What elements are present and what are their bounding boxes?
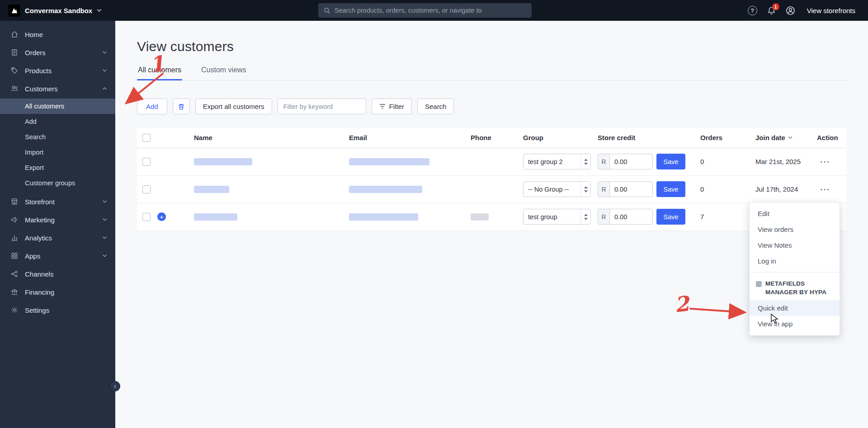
sidebar-item-orders[interactable]: Orders xyxy=(0,43,115,61)
products-icon xyxy=(10,66,19,75)
menu-item-edit[interactable]: Edit xyxy=(750,206,840,221)
sidebar: Home Orders Products Customers All custo… xyxy=(0,21,115,428)
account-button[interactable] xyxy=(786,6,795,15)
menu-divider xyxy=(750,272,840,273)
sidebar-item-apps[interactable]: Apps xyxy=(0,247,115,265)
join-date: Jul 17th, 2024 xyxy=(750,175,811,203)
menu-item-view-orders[interactable]: View orders xyxy=(750,221,840,237)
sidebar-item-financing[interactable]: Financing xyxy=(0,283,115,301)
notifications-button[interactable]: 1 xyxy=(767,6,776,15)
save-button[interactable]: Save xyxy=(656,181,685,197)
group-select-value: test group xyxy=(524,209,580,224)
save-button[interactable]: Save xyxy=(656,154,685,169)
sidebar-item-label: Orders xyxy=(25,49,96,56)
sidebar-item-search-customers[interactable]: Search xyxy=(0,129,115,145)
menu-item-log-in[interactable]: Log in xyxy=(750,253,840,269)
column-header-store-credit: Store credit xyxy=(592,128,695,148)
row-actions-button[interactable]: ⋯ xyxy=(817,183,832,195)
filter-button[interactable]: Filter xyxy=(372,99,412,114)
row-checkbox[interactable] xyxy=(142,185,151,193)
store-credit-input[interactable] xyxy=(609,154,653,169)
trash-icon xyxy=(178,103,185,110)
sidebar-item-label: Export xyxy=(25,164,44,171)
expand-row-icon[interactable]: + xyxy=(157,212,166,221)
sidebar-item-label: Customers xyxy=(25,85,96,93)
sidebar-item-all-customers[interactable]: All customers xyxy=(0,99,115,114)
menu-item-view-in-app[interactable]: View in app xyxy=(750,316,840,332)
sidebar-item-settings[interactable]: Settings xyxy=(0,301,115,319)
column-header-group: Group xyxy=(518,128,592,148)
sidebar-item-analytics[interactable]: Analytics xyxy=(0,229,115,247)
customer-row: test group 2 R Save 0 Mar 21st, 2025 ⋯ xyxy=(137,148,846,175)
sidebar-item-label: Products xyxy=(25,67,96,75)
export-all-customers-button[interactable]: Export all customers xyxy=(195,99,272,114)
global-search-input[interactable] xyxy=(335,7,526,14)
select-all-checkbox[interactable] xyxy=(142,134,151,142)
row-checkbox[interactable] xyxy=(142,213,151,221)
sidebar-item-import-customers[interactable]: Import xyxy=(0,145,115,160)
chevron-down-icon xyxy=(97,9,102,12)
tab-custom-views[interactable]: Custom views xyxy=(200,66,247,80)
view-storefronts-link[interactable]: View storefronts xyxy=(807,7,855,14)
redacted-customer-email xyxy=(349,186,422,193)
sidebar-item-storefront[interactable]: Storefront xyxy=(0,193,115,211)
customers-icon xyxy=(10,85,19,93)
column-header-phone: Phone xyxy=(465,128,518,148)
store-switcher[interactable]: Convermax Sandbox xyxy=(0,0,110,21)
filter-button-label: Filter xyxy=(389,103,404,110)
currency-prefix: R xyxy=(598,209,609,225)
help-button[interactable]: ? xyxy=(748,6,757,15)
sidebar-item-home[interactable]: Home xyxy=(0,25,115,43)
sidebar-item-label: Apps xyxy=(25,252,96,260)
sidebar-item-export-customers[interactable]: Export xyxy=(0,160,115,175)
financing-icon xyxy=(10,288,19,296)
group-select[interactable]: test group xyxy=(523,209,591,225)
search-icon xyxy=(324,7,330,14)
marketing-icon xyxy=(10,216,19,224)
tab-all-customers[interactable]: All customers xyxy=(137,66,182,80)
sidebar-item-marketing[interactable]: Marketing xyxy=(0,211,115,229)
save-button[interactable]: Save xyxy=(656,209,685,225)
sidebar-item-add-customer[interactable]: Add xyxy=(0,114,115,129)
delete-button[interactable] xyxy=(173,99,190,114)
sidebar-item-customer-groups[interactable]: Customer groups xyxy=(0,175,115,191)
sidebar-item-label: Marketing xyxy=(25,216,96,224)
store-credit-input[interactable] xyxy=(609,209,653,225)
redacted-customer-name xyxy=(194,186,229,193)
row-actions-menu: Edit View orders View Notes Log in METAF… xyxy=(749,202,840,336)
join-date-label: Join date xyxy=(755,134,785,141)
stepper-icon xyxy=(580,154,590,169)
search-button[interactable]: Search xyxy=(417,99,454,114)
group-select[interactable]: test group 2 xyxy=(523,154,591,169)
sidebar-item-channels[interactable]: Channels xyxy=(0,265,115,283)
customers-table: Name Email Phone Group Store credit Orde… xyxy=(137,128,846,231)
chevron-left-icon: ‹ xyxy=(114,382,116,390)
row-actions-button[interactable]: ⋯ xyxy=(817,156,832,168)
store-credit-input[interactable] xyxy=(609,181,653,197)
add-customer-button[interactable]: Add xyxy=(137,99,167,114)
sidebar-item-label: Analytics xyxy=(25,234,96,242)
home-icon xyxy=(10,30,19,39)
column-header-name: Name xyxy=(189,128,344,148)
menu-item-view-notes[interactable]: View Notes xyxy=(750,237,840,253)
menu-item-quick-edit[interactable]: Quick edit xyxy=(750,300,840,316)
group-select-value: -- No Group -- xyxy=(524,182,580,197)
chevron-down-icon xyxy=(102,218,107,221)
customers-submenu: All customers Add Search Import Export C… xyxy=(0,98,115,193)
sidebar-collapse-button[interactable]: ‹ xyxy=(110,381,120,391)
menu-section-header: METAFIELDS MANAGER BY HYPA xyxy=(750,276,840,300)
filter-keyword-input[interactable] xyxy=(278,99,366,114)
tab-bar: All customers Custom views xyxy=(137,66,846,80)
sidebar-item-products[interactable]: Products xyxy=(0,61,115,80)
sidebar-item-label: Storefront xyxy=(25,198,96,206)
group-select[interactable]: -- No Group -- xyxy=(523,181,591,197)
chevron-down-icon xyxy=(102,236,107,240)
column-header-join-date[interactable]: Join date xyxy=(750,128,811,148)
account-icon xyxy=(786,6,795,15)
apps-icon xyxy=(10,252,19,260)
column-header-orders: Orders xyxy=(695,128,750,148)
join-date: Mar 21st, 2025 xyxy=(750,148,811,175)
row-checkbox[interactable] xyxy=(142,158,151,166)
sidebar-item-customers[interactable]: Customers xyxy=(0,80,115,98)
notification-badge: 1 xyxy=(772,3,779,10)
